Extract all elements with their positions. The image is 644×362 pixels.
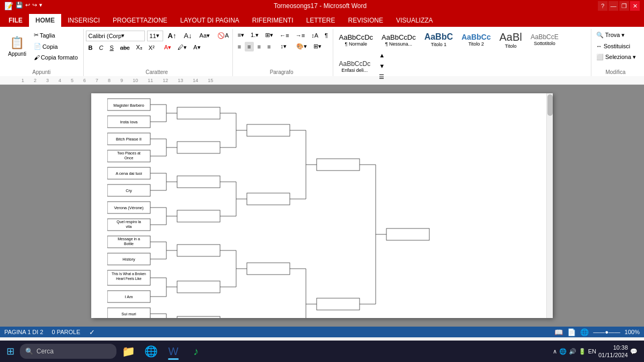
show-formatting-button[interactable]: ¶ [322, 31, 331, 40]
help-button[interactable]: ? [598, 1, 608, 11]
increase-indent-button[interactable]: →≡ [293, 31, 308, 40]
paste-button[interactable]: 📋 Appunti [4, 31, 30, 61]
svg-rect-90 [247, 263, 290, 275]
taskbar-spotify[interactable]: ♪ [185, 342, 207, 361]
shading-button[interactable]: A▾ [191, 42, 203, 53]
align-center-button[interactable]: ≡ [245, 42, 253, 51]
status-bar: PAGINA 1 DI 2 0 PAROLE ✓ 📖 📄 🌐 ——●—— 100… [0, 327, 644, 337]
chevron-icon[interactable]: ∧ [553, 348, 557, 355]
decrease-indent-button[interactable]: ←≡ [277, 31, 291, 40]
font-size-box[interactable]: 11▾ [147, 31, 163, 41]
svg-rect-65 [177, 281, 220, 293]
strikethrough-button[interactable]: abc [118, 43, 133, 53]
styles-more-button[interactable]: ☰ [376, 72, 387, 82]
quick-undo[interactable]: ↩ [25, 2, 30, 10]
svg-text:Heart Feels Like: Heart Feels Like [116, 277, 142, 280]
borders-button[interactable]: ⊞▾ [311, 41, 324, 51]
highlight-button[interactable]: 🖊▾ [175, 42, 189, 53]
network-icon[interactable]: 🌐 [559, 348, 567, 355]
web-layout-button[interactable]: 🌐 [580, 328, 589, 336]
style-sottotitolo[interactable]: AaBbCcE Sottotitolo [527, 30, 562, 49]
font-grow-button[interactable]: A↑ [165, 30, 179, 41]
search-bar[interactable]: 🔍 Cerca [20, 344, 116, 359]
sound-icon[interactable]: 🔊 [569, 348, 576, 355]
clear-format-button[interactable]: 🚫A [215, 31, 231, 41]
document-page[interactable]: Magister Barbero Insta Iova Bitch Please… [91, 93, 553, 318]
replace-button[interactable]: ↔ Sostituisci [594, 41, 639, 51]
find-button[interactable]: 🔍 Trova ▾ [594, 30, 639, 40]
cut-button[interactable]: ✂ Taglia [31, 30, 80, 40]
style-titolo1[interactable]: AaBbC Titolo 1 [421, 30, 457, 49]
read-mode-button[interactable]: 📖 [554, 328, 563, 336]
svg-rect-45 [177, 142, 220, 153]
tab-revisione[interactable]: REVISIONE [342, 14, 390, 27]
bullets-button[interactable]: ≡▾ [235, 30, 247, 40]
svg-rect-40 [177, 107, 220, 119]
tab-inserisci[interactable]: INSERISCI [61, 14, 106, 27]
quick-save[interactable]: 💾 [16, 2, 23, 10]
svg-text:Sui muri: Sui muri [121, 312, 136, 316]
group-appunti: 📋 Appunti ✂ Taglia 📄 Copia 🖌 Copia forma… [2, 29, 84, 76]
sort-button[interactable]: ↕A [309, 31, 321, 40]
svg-text:Magister Barbero: Magister Barbero [113, 103, 144, 108]
scrollbar-thumb[interactable] [547, 94, 553, 116]
quick-redo[interactable]: ↪ [32, 2, 37, 10]
page-indicator: PAGINA 1 DI 2 [4, 329, 43, 335]
style-nessuna[interactable]: AaBbCcDc ¶ Nessuna... [378, 30, 420, 49]
tab-riferimenti[interactable]: RIFERIMENTI [246, 14, 300, 27]
font-name-box[interactable]: Calibri (Corp▾ [86, 31, 145, 41]
style-enfasi[interactable]: AaBbCcDc Enfasi deli... [335, 57, 375, 76]
superscript-button[interactable]: X² [146, 43, 157, 53]
format-painter-button[interactable]: 🖌 Copia formato [31, 53, 80, 62]
styles-up-button[interactable]: ▲ [376, 50, 387, 60]
svg-text:Insta Iova: Insta Iova [120, 120, 138, 124]
style-titolo2[interactable]: AaBbCc Titolo 2 [458, 30, 494, 49]
tab-home[interactable]: HOME [29, 14, 61, 27]
search-icon: 🔍 [25, 348, 33, 355]
notification-icon[interactable]: 💬 [630, 348, 638, 355]
print-layout-button[interactable]: 📄 [567, 328, 576, 336]
keyboard-icon[interactable]: EN [588, 348, 596, 354]
svg-text:Quel respiro la: Quel respiro la [116, 220, 141, 224]
cut-icon: ✂ [34, 32, 39, 39]
tab-visualizza[interactable]: VISUALIZZA [390, 14, 440, 27]
copy-button[interactable]: 📄 Copia [31, 41, 80, 51]
maximize-button[interactable]: ❐ [619, 1, 629, 11]
clock[interactable]: 10:38 01/11/2024 [598, 344, 628, 359]
start-button[interactable]: ⊞ [2, 342, 19, 361]
shading2-button[interactable]: 🎨▾ [294, 41, 310, 51]
tab-lettere[interactable]: LETTERE [300, 14, 342, 27]
style-titolo[interactable]: AaBl Titolo [495, 30, 525, 49]
change-case-button[interactable]: Aa▾ [197, 31, 213, 41]
scrollbar[interactable] [546, 93, 553, 318]
close-button[interactable]: ✕ [630, 1, 640, 11]
align-right-button[interactable]: ≡ [255, 42, 264, 51]
svg-text:Cry: Cry [126, 188, 132, 193]
numbering-button[interactable]: 1.▾ [248, 30, 261, 40]
underline-button[interactable]: S [107, 43, 116, 53]
tab-file[interactable]: FILE [2, 14, 29, 27]
taskbar-word[interactable]: W [163, 342, 184, 361]
taskbar-explorer[interactable]: 📁 [118, 342, 139, 361]
styles-down-button[interactable]: ▼ [376, 61, 387, 71]
font-color-button[interactable]: A▾ [162, 42, 174, 53]
tab-layout[interactable]: LAYOUT DI PAGINA [174, 14, 246, 27]
proofing-icon[interactable]: ✓ [89, 328, 95, 336]
zoom-slider[interactable]: ——●—— [593, 329, 620, 335]
svg-rect-60 [177, 245, 220, 256]
justify-button[interactable]: ≡ [265, 42, 273, 51]
subscript-button[interactable]: X₂ [134, 42, 145, 53]
style-normal[interactable]: AaBbCcDc ¶ Normale [335, 30, 377, 49]
align-left-button[interactable]: ≡ [235, 42, 244, 51]
font-shrink-button[interactable]: A↓ [181, 30, 194, 41]
line-spacing-button[interactable]: ↕▾ [277, 41, 289, 51]
battery-icon[interactable]: 🔋 [579, 348, 586, 355]
taskbar-chrome[interactable]: 🌐 [140, 342, 162, 361]
select-button[interactable]: ⬜ Seleziona ▾ [594, 52, 639, 62]
multilevel-button[interactable]: ⊞▾ [262, 30, 276, 40]
italic-button[interactable]: C [96, 43, 106, 53]
tab-progettazione[interactable]: PROGETTAZIONE [106, 14, 174, 27]
svg-text:Message in a: Message in a [118, 237, 140, 241]
minimize-button[interactable]: — [609, 1, 618, 11]
bold-button[interactable]: B [86, 43, 96, 53]
